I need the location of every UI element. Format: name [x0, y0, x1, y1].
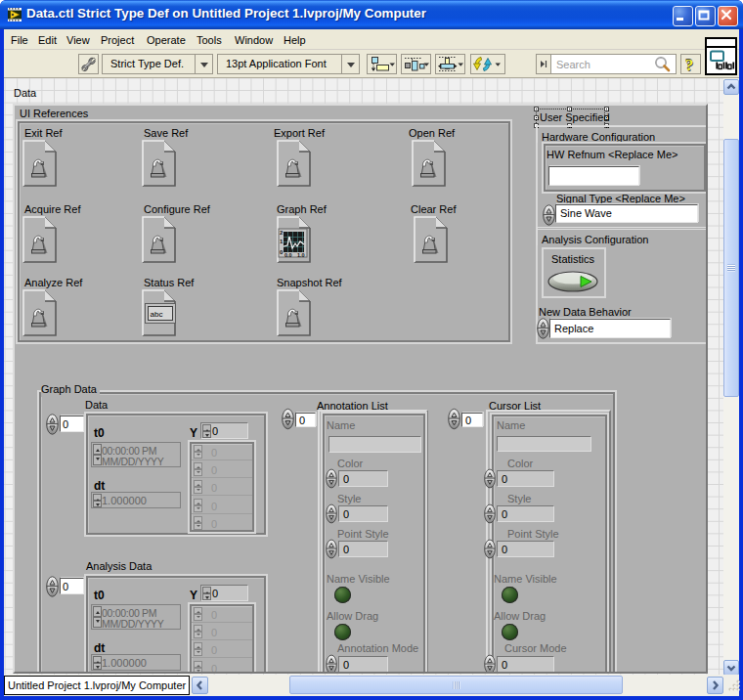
svg-text:?: ?: [685, 56, 694, 73]
svg-text:abc: abc: [151, 310, 163, 319]
svg-text:1.0: 1.0: [297, 252, 305, 258]
svg-text:0.0: 0.0: [284, 252, 292, 258]
